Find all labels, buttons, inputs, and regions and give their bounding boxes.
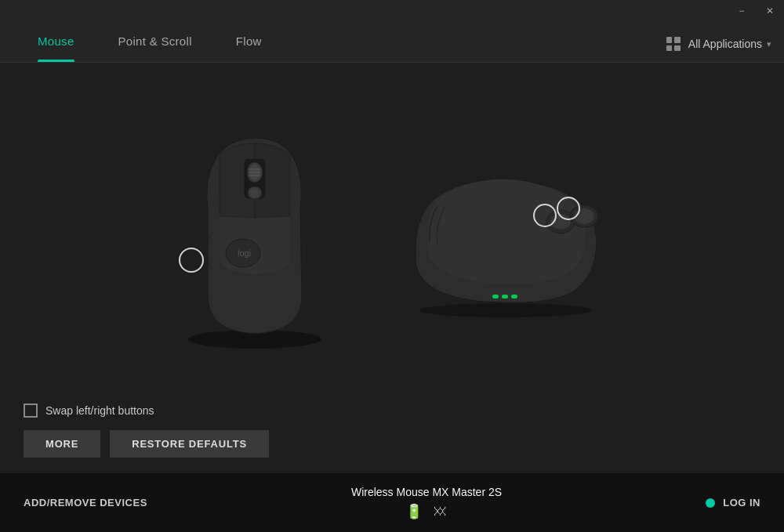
restore-defaults-button[interactable]: RESTORE DEFAULTS (110, 430, 269, 458)
header: Mouse Point & Scroll Flow All Applicatio… (0, 0, 784, 63)
svg-rect-18 (511, 295, 517, 299)
mice-container: logi (24, 63, 760, 404)
side-button-2-hotspot[interactable] (557, 197, 580, 220)
more-button[interactable]: MORE (24, 430, 100, 458)
buttons-row: MORE RESTORE DEFAULTS (24, 430, 760, 458)
side-button-1-hotspot[interactable] (533, 204, 557, 227)
login-status-dot (706, 498, 715, 508)
login-area[interactable]: LOG IN (706, 497, 760, 508)
svg-text:logi: logi (238, 248, 251, 258)
login-button[interactable]: LOG IN (723, 497, 760, 508)
bluetooth-icon: ⯵ (434, 503, 448, 519)
grid-icon (666, 37, 681, 51)
mouse-side-view (392, 147, 619, 320)
close-button[interactable]: ✕ (756, 0, 784, 22)
grid-cell (666, 45, 673, 52)
left-side-button-hotspot[interactable] (179, 248, 204, 273)
chevron-down-icon: ▾ (767, 39, 771, 49)
svg-rect-17 (502, 295, 508, 299)
mouse-side-svg (392, 147, 619, 320)
tab-mouse[interactable]: Mouse (16, 34, 96, 62)
swap-checkbox[interactable] (24, 404, 38, 418)
device-name: Wireless Mouse MX Master 2S (351, 486, 502, 498)
device-info: Wireless Mouse MX Master 2S 🔋 ⯵ (351, 486, 502, 520)
grid-cell (674, 37, 681, 43)
grid-cell (666, 37, 673, 43)
mouse-front-svg: logi (165, 116, 345, 351)
svg-point-11 (419, 303, 592, 317)
app-selector[interactable]: All Applications ▾ (688, 38, 771, 50)
bottom-controls: Swap left/right buttons MORE RESTORE DEF… (24, 404, 760, 473)
title-bar: − ✕ (728, 0, 784, 22)
svg-point-8 (250, 189, 260, 197)
tab-point-scroll[interactable]: Point & Scroll (96, 34, 214, 62)
swap-label: Swap left/right buttons (45, 404, 154, 417)
mouse-front-view: logi (165, 116, 345, 351)
tab-flow[interactable]: Flow (214, 34, 284, 62)
battery-icon: 🔋 (405, 503, 423, 520)
header-right: All Applications ▾ (666, 37, 784, 62)
swap-buttons-row: Swap left/right buttons (24, 404, 760, 418)
grid-cell (674, 45, 681, 52)
minimize-button[interactable]: − (728, 0, 756, 22)
nav-tabs: Mouse Point & Scroll Flow (0, 0, 284, 62)
device-icons: 🔋 ⯵ (405, 503, 448, 520)
footer: ADD/REMOVE DEVICES Wireless Mouse MX Mas… (0, 473, 784, 532)
add-remove-devices[interactable]: ADD/REMOVE DEVICES (24, 497, 147, 508)
svg-rect-16 (492, 295, 499, 299)
main-content: logi (0, 63, 784, 473)
